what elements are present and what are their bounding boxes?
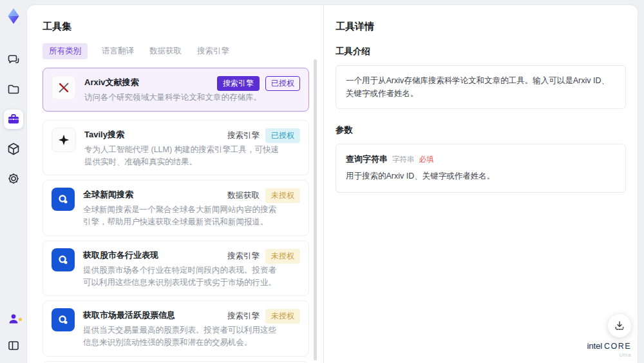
cube-icon <box>6 142 21 156</box>
tool-details-panel: 工具详情 工具介绍 一个用于从Arxiv存储库搜索科学论文和文章的工具。输入可以… <box>323 5 638 363</box>
sidebar-item-models[interactable] <box>4 139 23 159</box>
param-type: 字符串 <box>392 155 415 164</box>
tool-list: Arxiv文献搜索 访问各个研究领域大量科学论文和文章的存储库。 搜索引擎 已授… <box>43 68 309 363</box>
download-button[interactable] <box>607 313 632 338</box>
intel-core-badge: intelCORE Ultra <box>587 340 631 358</box>
auth-status-badge: 已授权 <box>265 128 300 143</box>
tool-description: 访问各个研究领域大量科学论文和文章的存储库。 <box>84 92 261 104</box>
tool-description: 全球新闻搜索是一个聚合全球各大新闻网站内容的搜索引擎，帮助用户快速获取全球最新资… <box>83 204 283 228</box>
settings-icon <box>6 172 21 186</box>
category-label: 搜索引擎 <box>227 311 260 322</box>
tool-description: 提供当天交易量最高的股票列表。投资者可以利用这些信息来识别流动性强的股票和潜在的… <box>83 324 283 349</box>
notification-dot <box>19 318 22 321</box>
tavily-icon <box>52 128 76 152</box>
app-root: 工具集 所有类别 语言翻译 数据获取 搜索引擎 A <box>0 0 644 363</box>
sidebar-nav <box>4 50 23 188</box>
auth-status-badge[interactable]: 已授权 <box>265 76 300 91</box>
chat-icon <box>6 53 21 67</box>
auth-status-badge: 未授权 <box>265 249 300 264</box>
tab-data-fetch[interactable]: 数据获取 <box>148 43 183 59</box>
sidebar-item-tools[interactable] <box>4 110 23 129</box>
page-title: 工具集 <box>43 21 309 33</box>
sidebar-bottom <box>4 309 23 355</box>
sidebar-item-settings[interactable] <box>4 169 23 188</box>
tab-search-engine[interactable]: 搜索引擎 <box>196 43 231 59</box>
main-surface: 工具集 所有类别 语言翻译 数据获取 搜索引擎 A <box>27 5 638 363</box>
auth-status-badge: 未授权 <box>265 309 300 324</box>
stock-sector-icon <box>52 248 75 271</box>
category-label: 搜索引擎 <box>227 251 260 262</box>
param-name: 查询字符串 <box>346 153 388 165</box>
ultra-logo-text: Ultra <box>587 353 631 358</box>
tool-card-active-stock[interactable]: 获取市场最活跃股票信息 提供当天交易量最高的股票列表。投资者可以利用这些信息来识… <box>43 300 309 357</box>
active-stock-icon <box>52 308 75 331</box>
news-search-icon <box>52 188 75 211</box>
intro-heading: 工具介绍 <box>336 46 626 57</box>
tool-description: 专为人工智能代理 (LLM) 构建的搜索引擎工具，可快速提供实时、准确和真实的结… <box>84 144 284 168</box>
parameter-card: 查询字符串 字符串 必填 用于搜索的Arxiv ID、关键字或作者姓名。 <box>336 144 626 193</box>
param-required-badge: 必填 <box>419 155 434 164</box>
sidebar-item-chat[interactable] <box>4 50 23 70</box>
tab-all-categories[interactable]: 所有类别 <box>43 43 88 59</box>
tool-intro-card: 一个用于从Arxiv存储库搜索科学论文和文章的工具。输入可以是Arxiv ID、… <box>336 65 626 109</box>
category-label: 数据获取 <box>227 190 260 201</box>
category-badge[interactable]: 搜索引擎 <box>217 76 260 91</box>
core-logo-text: CORE <box>604 342 631 351</box>
category-label: 搜索引擎 <box>227 130 260 141</box>
panel-toggle-icon <box>6 338 21 353</box>
category-tabs: 所有类别 语言翻译 数据获取 搜索引擎 <box>43 43 309 59</box>
tool-list-panel: 工具集 所有类别 语言翻译 数据获取 搜索引擎 A <box>27 5 323 363</box>
list-scrollbar[interactable] <box>314 59 317 360</box>
params-heading: 参数 <box>336 124 626 136</box>
download-icon <box>613 319 626 332</box>
tool-card-arxiv[interactable]: Arxiv文献搜索 访问各个研究领域大量科学论文和文章的存储库。 搜索引擎 已授… <box>43 68 309 112</box>
tool-card-global-news[interactable]: 全球新闻搜索 全球新闻搜索是一个聚合全球各大新闻网站内容的搜索引擎，帮助用户快速… <box>43 180 309 236</box>
sidebar-collapse-button[interactable] <box>4 336 23 355</box>
intel-logo-text: intel <box>587 341 602 351</box>
arxiv-icon <box>52 75 76 100</box>
folder-icon <box>6 83 21 97</box>
tool-intro-text: 一个用于从Arxiv存储库搜索科学论文和文章的工具。输入可以是Arxiv ID、… <box>346 76 609 98</box>
param-description: 用于搜索的Arxiv ID、关键字或作者姓名。 <box>346 171 616 182</box>
sidebar-item-account[interactable] <box>4 309 23 328</box>
toolbox-icon <box>6 112 21 126</box>
app-logo-icon <box>5 8 22 25</box>
sidebar <box>0 0 27 363</box>
tool-card-tavily[interactable]: Tavily搜索 专为人工智能代理 (LLM) 构建的搜索引擎工具，可快速提供实… <box>43 120 309 176</box>
sidebar-item-files[interactable] <box>4 80 23 99</box>
details-title: 工具详情 <box>336 21 626 33</box>
auth-status-badge: 未授权 <box>265 188 300 203</box>
tab-language-translation[interactable]: 语言翻译 <box>100 43 135 59</box>
tool-description: 提供股票市场各个行业在特定时间段内的表现。投资者可以利用这些信息来识别表现优于或… <box>83 264 283 289</box>
tool-card-stock-sector[interactable]: 获取股市各行业表现 提供股票市场各个行业在特定时间段内的表现。投资者可以利用这些… <box>43 240 309 297</box>
